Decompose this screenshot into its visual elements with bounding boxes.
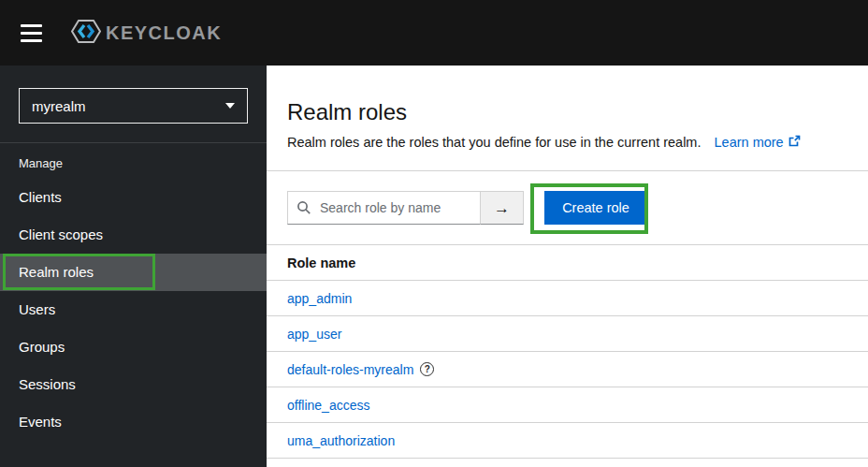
keycloak-admin-console: KEYCLOAK myrealm Manage Clients Client s… [0, 0, 868, 467]
search-group: → [287, 191, 524, 225]
realm-selector-area: myrealm [0, 66, 267, 143]
hamburger-icon [21, 24, 45, 27]
role-link[interactable]: app_user [287, 327, 341, 342]
top-bar: KEYCLOAK [0, 0, 868, 66]
nav-section-manage: Manage [0, 143, 267, 179]
main-content: Realm roles Realm roles are the roles th… [267, 66, 868, 467]
page-title: Realm roles [287, 99, 847, 125]
page-description: Realm roles are the roles that you defin… [287, 135, 847, 151]
learn-more-link[interactable]: Learn more [715, 135, 801, 151]
table-row: uma_authorization [267, 423, 868, 459]
table-row: default-roles-myrealm ? [267, 352, 868, 387]
chevron-down-icon [225, 103, 235, 109]
sidebar-item-groups[interactable]: Groups [0, 328, 267, 366]
table-row: app_admin [267, 281, 868, 316]
learn-more-label: Learn more [715, 135, 784, 151]
column-header-role-name: Role name [267, 245, 868, 281]
nav-list: Clients Client scopes Realm roles Users … [0, 179, 267, 441]
sidebar-nav: Manage Clients Client scopes Realm roles… [0, 143, 267, 441]
roles-table: Role name app_admin app_user default-rol… [267, 245, 868, 459]
search-input[interactable] [287, 191, 481, 225]
keycloak-logo[interactable]: KEYCLOAK [71, 19, 222, 48]
role-link[interactable]: default-roles-myrealm [287, 362, 413, 377]
keycloak-logo-icon [71, 19, 101, 48]
sidebar-item-realm-roles[interactable]: Realm roles [0, 254, 267, 291]
sidebar-item-users[interactable]: Users [0, 291, 267, 328]
role-link[interactable]: uma_authorization [287, 433, 395, 448]
help-icon[interactable]: ? [420, 362, 434, 376]
role-link[interactable]: offline_access [287, 398, 369, 413]
sidebar: myrealm Manage Clients Client scopes Rea… [0, 66, 267, 467]
sidebar-item-clients[interactable]: Clients [0, 179, 267, 216]
role-link[interactable]: app_admin [287, 291, 352, 306]
realm-selector[interactable]: myrealm [19, 88, 248, 124]
table-row: app_user [267, 316, 868, 352]
hamburger-menu-button[interactable] [17, 19, 49, 47]
sidebar-item-sessions[interactable]: Sessions [0, 366, 267, 403]
realm-selector-value: myrealm [32, 98, 86, 114]
sidebar-item-events[interactable]: Events [0, 403, 267, 441]
external-link-icon [788, 135, 801, 151]
table-row: offline_access [267, 387, 868, 423]
toolbar: → Create role [267, 171, 868, 245]
create-role-button[interactable]: Create role [544, 191, 647, 225]
arrow-right-icon: → [494, 199, 510, 217]
brand-text: KEYCLOAK [106, 22, 222, 44]
sidebar-item-client-scopes[interactable]: Client scopes [0, 216, 267, 254]
page-description-text: Realm roles are the roles that you defin… [287, 135, 701, 150]
page-header: Realm roles Realm roles are the roles th… [267, 66, 868, 151]
search-submit-button[interactable]: → [481, 191, 524, 225]
